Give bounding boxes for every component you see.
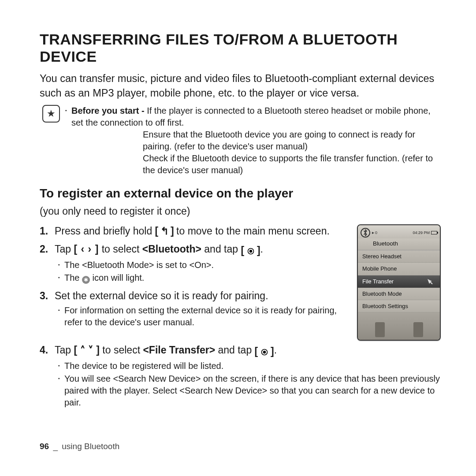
steps-list-continued: Tap [ ˄ ˅ ] to select <File Transfer> an… xyxy=(40,343,441,409)
sub-bullet: ▪You will see <Search New Device> on the… xyxy=(58,373,441,409)
device-time: 04:29 PM xyxy=(413,230,430,235)
subheading: To register an external device on the pl… xyxy=(40,185,441,202)
device-mockup: ▸ 0 04:29 PM Bluetooth Stereo HeadsetMob… xyxy=(357,224,441,341)
svg-point-1 xyxy=(249,250,252,253)
note-block: ★ ▪ Before you start - If the player is … xyxy=(42,105,441,176)
steps-list: Press and briefly hold [ ↰ ] to move to … xyxy=(40,224,347,334)
svg-point-3 xyxy=(263,351,265,353)
step-2: Tap [ ‹ › ] to select <Bluetooth> and ta… xyxy=(40,242,347,285)
device-menu: Stereo HeadsetMobile PhoneFile TransferB… xyxy=(358,250,440,312)
intro-text: You can transfer music, picture and vide… xyxy=(40,71,441,100)
lr-button-icon: [ ‹ › ] xyxy=(74,243,99,255)
note-content: ▪ Before you start - If the player is co… xyxy=(65,105,441,176)
sub-bullet: ▪The <Bluetooth Mode> is set to <On>. xyxy=(58,259,347,271)
device-menu-item[interactable]: Bluetooth Settings xyxy=(358,300,440,312)
sub-bullet: ▪The ✱ icon will light. xyxy=(58,272,347,284)
star-icon: ★ xyxy=(42,105,60,123)
select-button-icon: [ ] xyxy=(255,345,274,358)
status-left: ▸ 0 xyxy=(372,230,411,236)
ud-button-icon: [ ˄ ˅ ] xyxy=(74,344,100,356)
device-menu-item[interactable]: File Transfer xyxy=(358,275,440,288)
device-menu-item[interactable]: Stereo Headset xyxy=(358,250,440,263)
paren-text: (you only need to register it once) xyxy=(40,205,441,218)
device-menu-item[interactable]: Bluetooth Mode xyxy=(358,288,440,300)
device-menu-item[interactable]: Mobile Phone xyxy=(358,263,440,275)
sub-bullet: ▪For information on setting the external… xyxy=(58,305,347,328)
status-right: 04:29 PM xyxy=(413,230,437,235)
note-lead: Before you start - xyxy=(71,106,147,115)
device-title: Bluetooth xyxy=(358,238,440,250)
step-4: Tap [ ˄ ˅ ] to select <File Transfer> an… xyxy=(40,343,441,409)
bluetooth-inline-icon: ✱ xyxy=(82,276,90,284)
device-speakers xyxy=(358,312,440,340)
battery-icon xyxy=(431,231,437,234)
footer-section: using Bluetooth xyxy=(62,442,119,451)
footer-sep: _ xyxy=(51,442,60,451)
step-1: Press and briefly hold [ ↰ ] to move to … xyxy=(40,224,347,238)
sub-bullet: ▪The device to be registered will be lis… xyxy=(58,360,441,372)
note-line-2: Ensure that the Bluetooth device you are… xyxy=(65,129,441,152)
back-button-icon: [ ↰ ] xyxy=(155,225,174,237)
pointer-icon xyxy=(427,278,436,284)
step-3: Set the external device so it is ready f… xyxy=(40,289,347,329)
page-title: TRANSFERRING FILES TO/FROM A BLUETOOTH D… xyxy=(40,31,441,65)
page-footer: 96 _ using Bluetooth xyxy=(40,441,119,452)
page-number: 96 xyxy=(40,442,49,451)
select-button-icon: [ ] xyxy=(241,244,260,257)
note-line-3: Check if the Bluetooth device to support… xyxy=(65,152,441,176)
bluetooth-icon xyxy=(361,228,370,238)
